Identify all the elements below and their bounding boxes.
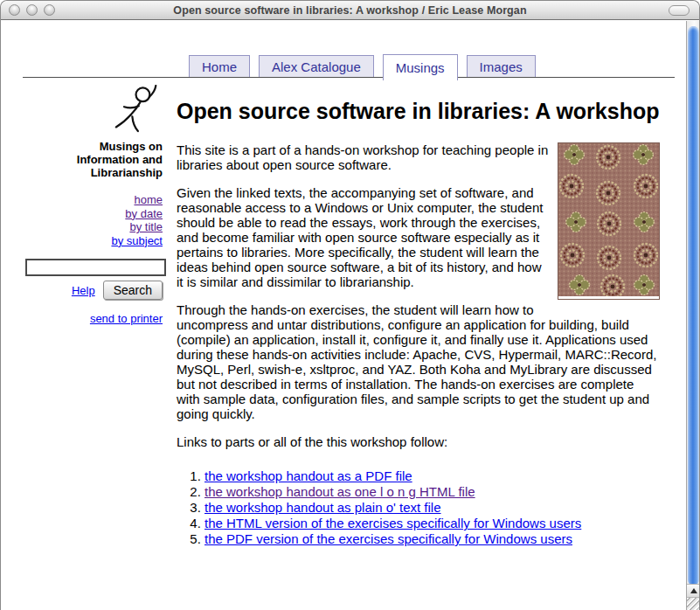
tab-bar: Home Alex Catalogue Musings Images — [23, 54, 675, 78]
title-bar: Open source software in libraries: A wor… — [1, 1, 699, 20]
list-item: the HTML version of the exercises specif… — [204, 516, 660, 531]
tab-alex-catalogue[interactable]: Alex Catalogue — [259, 55, 374, 77]
link-handout-text[interactable]: the workshop handout as plain o' text fi… — [204, 500, 441, 515]
list-item: the PDF version of the exercises specifi… — [204, 531, 660, 547]
links-intro: Links to parts or all of the this worksh… — [177, 434, 660, 449]
close-icon[interactable] — [9, 4, 20, 16]
list-item: the workshop handout as one l o n g HTML… — [204, 484, 660, 500]
tab-images[interactable]: Images — [467, 55, 536, 77]
site-title: Musings on Information and Librarianship — [25, 140, 163, 179]
link-exercises-pdf-windows[interactable]: the PDF version of the exercises specifi… — [204, 531, 572, 546]
sidebar-nav: home by date by title by subject — [25, 193, 163, 247]
sidebar-item-home[interactable]: home — [134, 193, 163, 206]
search-button[interactable]: Search — [103, 281, 163, 300]
vertical-scrollbar[interactable] — [686, 21, 699, 610]
help-link[interactable]: Help — [72, 284, 95, 297]
resize-grip-icon[interactable] — [687, 597, 700, 610]
aboriginal-dot-painting-image — [558, 142, 660, 300]
tab-musings[interactable]: Musings — [383, 54, 458, 80]
page-title: Open source software in libraries: A wor… — [177, 97, 660, 125]
scroll-up-icon[interactable] — [687, 584, 700, 597]
dancing-figure-logo-icon — [114, 85, 159, 136]
tab-home[interactable]: Home — [189, 55, 250, 77]
link-handout-html[interactable]: the workshop handout as one l o n g HTML… — [204, 484, 475, 499]
scrollbar-thumb[interactable] — [688, 26, 699, 586]
sidebar-item-by-title[interactable]: by title — [129, 220, 163, 233]
exercises-paragraph: Through the hands-on exercises, the stud… — [177, 302, 660, 421]
link-exercises-html-windows[interactable]: the HTML version of the exercises specif… — [204, 516, 581, 530]
list-item: the workshop handout as a PDF file — [204, 468, 660, 484]
main-content: Open source software in libraries: A wor… — [177, 85, 660, 547]
sidebar-item-by-subject[interactable]: by subject — [111, 234, 163, 247]
sidebar-item-by-date[interactable]: by date — [125, 207, 163, 220]
search-row: Help Search — [25, 281, 163, 300]
search-input[interactable] — [25, 259, 166, 276]
window-controls — [9, 4, 55, 16]
window-title: Open source software in libraries: A wor… — [173, 4, 526, 17]
browser-window: Open source software in libraries: A wor… — [0, 0, 700, 610]
link-handout-pdf[interactable]: the workshop handout as a PDF file — [204, 468, 412, 483]
page-content: Home Alex Catalogue Musings Images — [1, 21, 686, 610]
list-item: the workshop handout as plain o' text fi… — [204, 500, 660, 516]
minimize-icon[interactable] — [26, 4, 38, 16]
send-to-printer-link[interactable]: send to printer — [90, 312, 163, 325]
toolbar-toggle-icon[interactable] — [669, 5, 690, 16]
workshop-links-list: the workshop handout as a PDF file the w… — [177, 468, 660, 547]
sidebar: Musings on Information and Librarianship… — [25, 85, 163, 547]
zoom-icon[interactable] — [44, 4, 55, 16]
